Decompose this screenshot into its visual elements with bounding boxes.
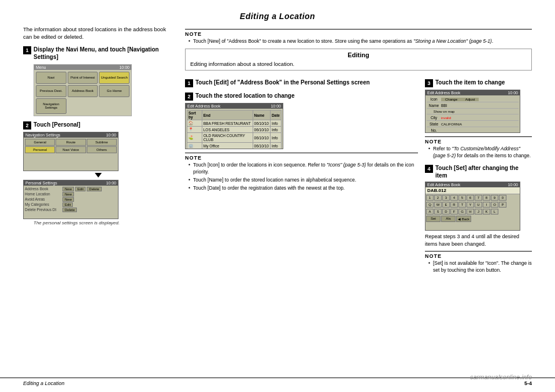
nav-btn-general[interactable]: General — [25, 139, 55, 146]
edit-row-city[interactable]: City invalid — [427, 115, 519, 121]
step-touch-stored-header: 2 Touch the stored location to change — [185, 92, 418, 101]
step4-label: Touch [Set] after changing the item — [435, 164, 532, 179]
key-r[interactable]: R — [450, 202, 458, 208]
key-0[interactable]: 0 — [499, 195, 506, 201]
step3-edit-screen: Edit Address Book 10:00 Icon Change Adju… — [425, 90, 520, 133]
step-touch-stored-label: Touch the stored location to change — [195, 92, 295, 99]
menu-btn-3[interactable]: Unguided Search — [99, 72, 130, 84]
nav-btn-navi[interactable]: Navi Voice — [56, 146, 86, 153]
key-y[interactable]: Y — [467, 202, 474, 208]
step4-header: 4 Touch [Set] after changing the item — [425, 164, 532, 179]
step2-personal-time: 10:00 — [106, 181, 116, 185]
key-7[interactable]: 7 — [475, 195, 482, 201]
edit-row-state[interactable]: State CALIFORNIA — [427, 121, 519, 127]
key-q[interactable]: Q — [426, 202, 434, 208]
table-row[interactable]: 📍 LOS ANGELES 06/10/10 Info — [187, 127, 282, 133]
table-row[interactable]: 🏠 BBA FRESH RESTAURANT 06/10/10 Info — [187, 120, 282, 127]
key-i[interactable]: I — [483, 202, 490, 208]
key-set[interactable]: Set — [426, 216, 441, 222]
menu-btn-4[interactable]: Previous Dest. — [36, 85, 66, 97]
step2-arrow — [95, 173, 102, 177]
step1-screen-inner: Menu 10:00 Navi Point of Interest Unguid… — [34, 65, 131, 116]
key-back[interactable]: ◀ Back — [456, 216, 471, 222]
step3-screen-time: 10:00 — [508, 91, 518, 95]
note4-box: NOTE [Set] is not available for "Icon". … — [425, 251, 532, 274]
key-2[interactable]: 2 — [434, 195, 442, 201]
step1-screen-title: Menu — [36, 65, 46, 69]
menu-btn-5[interactable]: Address Book — [68, 85, 98, 97]
personal-row-previous: Delete Previous Dt Delete — [25, 208, 117, 212]
table-row[interactable]: ⛳ OLD RANCH COUNTRY CLUB 06/10/10 Info — [187, 133, 282, 143]
key-6[interactable]: 6 — [467, 195, 474, 201]
key-k[interactable]: K — [483, 209, 490, 215]
footer-right: 5-4 — [524, 380, 532, 386]
step2-header: 2 Touch [Personal] — [23, 121, 173, 130]
key-4[interactable]: 4 — [450, 195, 458, 201]
step-touch-edit-header: 1 Touch [Edit] of "Address Book" in the … — [185, 79, 418, 87]
key-w[interactable]: W — [434, 202, 442, 208]
home-new-btn[interactable]: New — [62, 192, 74, 197]
key-e[interactable]: E — [442, 202, 450, 208]
step3-edit-body: Icon Change Adjust Name BBI Show on map — [426, 95, 520, 133]
key-t[interactable]: T — [458, 202, 466, 208]
key-h[interactable]: H — [467, 209, 474, 215]
key-l[interactable]: L — [491, 209, 498, 215]
nav-btn-sublime[interactable]: Sublime — [87, 139, 117, 146]
keyboard-row-1: 1 2 3 4 5 6 7 8 9 0 — [426, 194, 520, 201]
col-sort: Sort by — [187, 110, 202, 120]
menu-btn-6[interactable]: Go Home — [99, 85, 130, 97]
step1-label: Display the Navi Menu, and touch [Naviga… — [34, 46, 173, 61]
edit-row-showmap[interactable]: Show on map — [427, 109, 519, 114]
note-touch-item3: Touch [Date] to order the registration d… — [188, 185, 418, 192]
nav-btn-route[interactable]: Route — [56, 139, 86, 146]
step-touch-stored-num: 2 — [185, 93, 193, 101]
menu-btn-7[interactable]: Navigation Settings — [36, 98, 66, 114]
key-9[interactable]: 9 — [491, 195, 498, 201]
col-end: End — [202, 110, 253, 120]
avoid-new-btn[interactable]: New — [62, 197, 74, 202]
menu-btn-2[interactable]: Point of Interest — [68, 72, 98, 84]
key-o[interactable]: O — [491, 202, 498, 208]
step2-personal-header: Personal Settings 10:00 — [24, 180, 118, 186]
note4-item1: [Set] is not available for "Icon". The c… — [428, 260, 532, 274]
key-1[interactable]: 1 — [426, 195, 434, 201]
address-book-time: 10:00 — [271, 104, 281, 108]
key-u[interactable]: U — [475, 202, 482, 208]
key-a[interactable]: A — [426, 209, 434, 215]
edit-row-icon[interactable]: Icon Change Adjust — [427, 97, 519, 102]
note-left-list: Touch [New] of "Address Book" to create … — [185, 38, 532, 45]
key-5[interactable]: 5 — [458, 195, 466, 201]
address-edit-btn[interactable]: Edit — [75, 187, 86, 191]
step-touch-edit-label: Touch [Edit] of "Address Book" in the Pe… — [195, 79, 370, 86]
step4-screen-time: 10:00 — [508, 183, 518, 187]
key-f[interactable]: F — [450, 209, 458, 215]
editing-box: Editing Editing information about a stor… — [185, 49, 532, 71]
key-j[interactable]: J — [475, 209, 482, 215]
intro-text: The information about stored locations i… — [23, 25, 173, 41]
step1-screen: Menu 10:00 Navi Point of Interest Unguid… — [34, 64, 132, 116]
right-column: NOTE Touch [New] of "Address Book" to cr… — [185, 25, 532, 275]
key-g[interactable]: G — [458, 209, 466, 215]
menu-btn-1[interactable]: Navi — [36, 72, 66, 84]
address-book-title: Edit Address Book — [187, 104, 220, 108]
key-d[interactable]: D — [442, 209, 450, 215]
note-left-title: NOTE — [185, 31, 532, 37]
key-8[interactable]: 8 — [483, 195, 490, 201]
key-3[interactable]: 3 — [442, 195, 450, 201]
table-row[interactable]: 🏢 My Office 06/10/10 Info — [187, 143, 282, 149]
edit-row-name[interactable]: Name BBI — [427, 103, 519, 109]
col-date: Date — [270, 110, 281, 120]
nav-btn-others[interactable]: Others — [87, 146, 117, 153]
step2-num: 2 — [23, 121, 31, 130]
keyboard-row-3: A S D F G H J K L — [426, 208, 520, 215]
address-delete-btn[interactable]: Delete — [87, 187, 101, 191]
nav-btn-personal[interactable]: Personal — [25, 146, 55, 153]
previous-delete-btn[interactable]: Delete — [62, 208, 77, 212]
categories-edit-btn[interactable]: Edit — [62, 202, 73, 207]
key-als[interactable]: Als — [441, 216, 456, 222]
key-p[interactable]: P — [499, 202, 506, 208]
key-s[interactable]: S — [434, 209, 442, 215]
edit-row-no[interactable]: No. — [427, 128, 519, 133]
step3-label: Touch the item to change — [435, 79, 505, 86]
address-new-btn[interactable]: New — [62, 187, 74, 191]
